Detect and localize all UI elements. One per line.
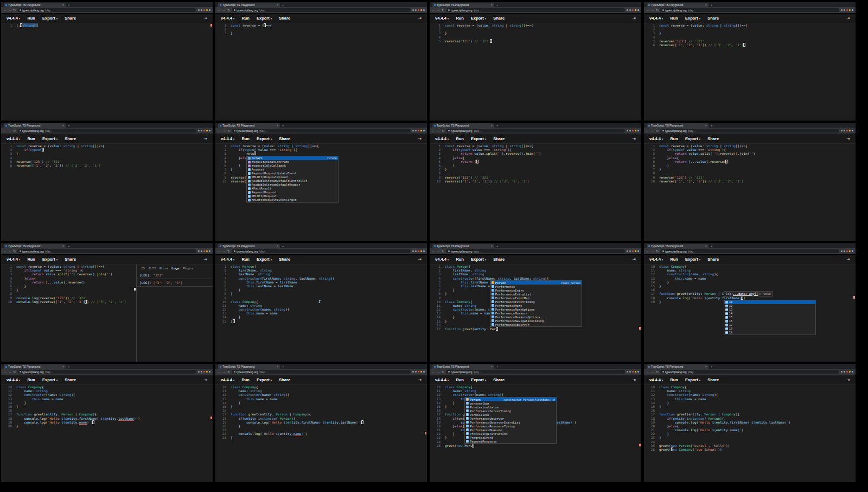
run-button[interactable]: Run [456,257,464,262]
extension-badge-icon[interactable] [420,371,422,373]
run-button[interactable]: Run [241,377,250,382]
back-icon[interactable]: ← [218,129,221,133]
new-tab-button[interactable]: + [711,364,713,369]
back-icon[interactable]: ← [3,9,7,12]
tab-close-icon[interactable]: × [62,244,64,248]
forward-icon[interactable]: → [8,129,11,133]
version-menu[interactable]: v4.4.4▾ [7,257,20,262]
export-menu[interactable]: Export▾ [685,136,700,141]
extension-badge-icon[interactable] [206,9,208,11]
run-button[interactable]: Run [456,136,464,141]
export-menu[interactable]: Export▾ [42,136,58,141]
profile-avatar[interactable] [852,250,853,252]
suggest-item[interactable]: IReadableStreamDefaultController [247,179,338,183]
forward-icon[interactable]: → [437,370,440,374]
export-menu[interactable]: Export▾ [257,257,272,262]
browser-tab[interactable]: TypeScript: TS Playground × [647,3,709,7]
export-menu[interactable]: Export▾ [471,136,486,141]
address-bar[interactable]: typescriptlang.org /play… [17,8,196,12]
address-bar[interactable]: typescriptlang.org /play… [232,370,411,374]
address-bar[interactable]: typescriptlang.org /play… [232,249,411,253]
version-menu[interactable]: v4.4.4▾ [221,136,234,141]
bookmark-icon[interactable] [844,250,845,252]
share-button[interactable]: Share [65,136,76,141]
profile-avatar[interactable] [637,130,639,131]
forward-icon[interactable]: → [437,9,440,12]
sidebar-toggle-icon[interactable]: ⇥ [203,136,207,141]
address-bar[interactable]: typescriptlang.org /play… [232,8,411,12]
reload-icon[interactable]: ↻ [656,9,659,12]
browser-tab[interactable]: TypeScript: TS Playground × [4,3,66,7]
suggest-item[interactable]: IPerformanceEventTiming [490,300,582,304]
extension-icon[interactable] [412,130,414,131]
profile-avatar[interactable] [852,371,853,373]
extension-icon[interactable] [198,130,200,131]
export-menu[interactable]: Export▾ [685,377,700,382]
new-tab-button[interactable]: + [496,3,499,7]
suggest-item[interactable]: CPersonconstructor Person(firstName: str… [465,398,556,401]
suggest-item[interactable]: Ipersonalbar [465,401,556,405]
panel-tab-js[interactable]: .JS [140,267,145,270]
tab-close-icon[interactable]: × [705,244,707,248]
sidebar-toggle-icon[interactable]: ⇥ [846,16,850,21]
share-button[interactable]: Share [707,257,719,262]
new-tab-button[interactable]: + [68,364,70,369]
extension-badge-icon[interactable] [206,130,208,131]
address-bar[interactable]: typescriptlang.org /play… [17,370,196,374]
reload-icon[interactable]: ↻ [227,129,230,133]
share-button[interactable]: Share [493,257,505,262]
export-menu[interactable]: Export▾ [257,16,272,21]
extension-badge-icon[interactable] [849,130,851,131]
new-tab-button[interactable]: + [282,123,284,128]
back-icon[interactable]: ← [646,370,649,374]
browser-tab[interactable]: TypeScript: TS Playground × [432,364,494,369]
bookmark-icon[interactable] [201,9,202,11]
extension-icon[interactable] [627,250,628,252]
suggest-item[interactable]: IPerformanceMark [490,304,582,307]
run-button[interactable]: Run [27,16,35,21]
forward-icon[interactable]: → [222,370,226,374]
tab-close-icon[interactable]: × [491,124,493,127]
suggest-item[interactable]: ab14 [724,312,815,316]
suggest-item[interactable]: ab17 [724,323,815,327]
export-menu[interactable]: Export▾ [42,377,58,382]
suggest-item[interactable]: IPerformanceServerTiming [465,409,556,413]
code-editor[interactable]: 1const reverse = (value: string | string… [644,23,856,121]
version-menu[interactable]: v4.4.4▾ [221,16,234,21]
extension-badge-icon[interactable] [849,371,851,373]
back-icon[interactable]: ← [218,370,221,374]
reload-icon[interactable]: ↻ [656,129,659,133]
extension-badge-icon[interactable] [635,371,636,373]
tab-close-icon[interactable]: × [277,3,278,7]
browser-toolbar-icons[interactable] [198,250,210,252]
export-menu[interactable]: Export▾ [685,257,700,262]
suggest-item[interactable]: ab19 [724,331,815,335]
version-menu[interactable]: v4.4.4▾ [221,377,234,382]
browser-tab[interactable]: TypeScript: TS Playground × [647,123,709,128]
extension-icon[interactable] [198,371,200,373]
profile-avatar[interactable] [209,9,210,11]
forward-icon[interactable]: → [222,129,226,133]
browser-tab[interactable]: TypeScript: TS Playground × [218,123,280,128]
extension-icon[interactable] [412,371,414,373]
profile-avatar[interactable] [637,250,639,252]
share-button[interactable]: Share [279,377,290,382]
sidebar-toggle-icon[interactable]: ⇥ [203,16,207,21]
address-bar[interactable]: typescriptlang.org /play… [17,129,196,133]
share-button[interactable]: Share [65,257,76,262]
suggest-item[interactable]: IXMLHttpRequestUpload [247,175,338,179]
forward-icon[interactable]: → [651,250,654,253]
suggest-item[interactable]: IPerformanceEntryList [490,292,582,296]
browser-toolbar-icons[interactable] [841,250,853,252]
extension-badge-icon[interactable] [635,130,636,131]
address-bar[interactable]: typescriptlang.org /play… [446,249,625,253]
tab-close-icon[interactable]: × [62,3,64,7]
profile-avatar[interactable] [209,371,210,373]
code-editor[interactable]: 1const reverse = (value: string | string… [1,144,213,241]
export-menu[interactable]: Export▾ [42,16,58,21]
version-menu[interactable]: v4.4.4▾ [435,257,449,262]
export-menu[interactable]: Export▾ [471,377,486,382]
extension-icon[interactable] [198,9,200,11]
run-button[interactable]: Run [241,257,250,262]
suggest-item[interactable]: IPerformanceObserver [465,417,556,420]
